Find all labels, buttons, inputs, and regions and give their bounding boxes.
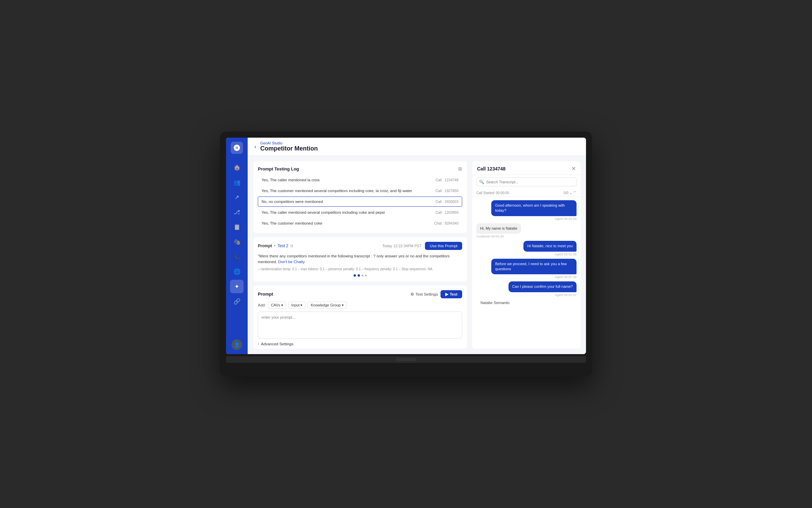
chevron-right-icon: ›	[258, 342, 259, 346]
top-header: ‹ GenAI Studio Competitor Mention	[248, 138, 586, 156]
natalie-text: Natalie Semantic	[476, 299, 577, 306]
agent-message: Before we proceed, I need to ask you a f…	[491, 259, 577, 275]
prompt-result-card: Prompt • Test 2 ⧉ Today 12:22:34PM PST U…	[253, 237, 467, 281]
transcript-area: Good afternoon, whom am I speaking with …	[472, 197, 581, 349]
message-row: Can I please confirm your full name? Age…	[476, 281, 577, 296]
settings-icon: ⚙	[410, 292, 414, 297]
sidebar-item-globe[interactable]: 🌐	[230, 265, 244, 278]
log-row-call: Call : 1927850	[435, 189, 458, 193]
testing-log-card: Prompt Testing Log ⊞ Yes, The caller men…	[253, 161, 467, 233]
log-row-call: Call : 2930503	[435, 200, 458, 204]
play-icon: ▶	[445, 292, 448, 297]
sidebar-item-phone[interactable]: 📞	[230, 250, 244, 263]
sidebar-item-home[interactable]: 🏠	[230, 161, 244, 174]
message-meta: Agent 00:01:35	[555, 252, 577, 256]
user-avatar[interactable]: 👤	[231, 339, 242, 350]
log-row[interactable]: Yes, The caller mentioned several compet…	[258, 207, 462, 217]
log-row-text: Yes, The customer mentioned coke	[262, 221, 431, 225]
prompt-result-header: Prompt • Test 2 ⧉ Today 12:22:34PM PST U…	[258, 242, 462, 250]
search-bar: 🔍	[476, 178, 577, 186]
log-row-text: Yes, The caller mentioned la croix	[262, 178, 432, 182]
sidebar-item-integration[interactable]: 🔗	[230, 295, 244, 308]
message-meta: Agent 00:01:36	[555, 275, 577, 279]
chevron-down-icon: ▾	[342, 303, 344, 307]
breadcrumb: GenAI Studio	[260, 141, 318, 145]
agent-message: Good afternoon, whom am I speaking with …	[491, 200, 577, 216]
use-prompt-button[interactable]: Use this Prompt	[425, 242, 462, 250]
copy-icon[interactable]: ⧉	[290, 244, 293, 248]
log-row-text: Yes, The caller mentioned several compet…	[262, 210, 432, 214]
prompt-textarea[interactable]	[258, 311, 462, 339]
call-started-label: Call Started: 00:00:00	[476, 191, 509, 195]
testing-log-header: Prompt Testing Log ⊞	[258, 166, 462, 171]
search-input[interactable]	[476, 178, 577, 186]
agent-message: Can I please confirm your full name?	[509, 281, 577, 292]
close-button[interactable]: ✕	[571, 165, 576, 172]
dot-3[interactable]	[362, 275, 363, 276]
prompt-tag-row: Prompt • Test 2 ⧉	[258, 244, 293, 248]
message-meta: Agent 00:01:33	[555, 217, 577, 221]
log-row-text: No, no competitors were mentioned	[262, 200, 432, 204]
customer-message: Hi, My name is Natalie	[476, 223, 521, 234]
prompt-content: "Were there any competitors mentioned in…	[258, 253, 462, 265]
nav-count: 0/0	[564, 191, 568, 195]
knowledge-group-dropdown[interactable]: Knowledge Group ▾	[308, 302, 346, 309]
main-content: ‹ GenAI Studio Competitor Mention Prompt…	[248, 138, 586, 354]
add-row: Add: CAVs ▾ Input ▾ Knowl	[258, 302, 462, 309]
grid-view-icon[interactable]: ⊞	[458, 166, 462, 171]
input-dropdown[interactable]: Input ▾	[288, 302, 306, 309]
content-area: Prompt Testing Log ⊞ Yes, The caller men…	[248, 156, 586, 354]
log-row-call: Call : 1234748	[435, 178, 458, 182]
sidebar-item-users[interactable]: 👥	[230, 176, 244, 189]
message-row: Hi Natalie, nice to meet you Agent 00:01…	[476, 241, 577, 256]
message-meta: Agent 00:01:37	[555, 293, 577, 297]
trackpad	[396, 358, 416, 361]
prompt-section-title: Prompt	[258, 292, 273, 297]
message-row: Before we proceed, I need to ask you a f…	[476, 259, 577, 279]
sidebar-item-face[interactable]: 🎭	[230, 235, 244, 249]
header-actions: ⚙ Test Settings ▶ Test	[410, 290, 462, 298]
prompt-section-header: Prompt ⚙ Test Settings ▶ Test	[258, 290, 462, 298]
chevron-down-icon: ▾	[281, 303, 283, 307]
sidebar: 🏠 👥 ↗ ⎇ 📋 🎭 📞 🌐 ✦ 🔗 👤	[226, 138, 248, 354]
testing-log-title: Prompt Testing Log	[258, 166, 299, 171]
nav-down-arrow[interactable]: ⌄	[569, 190, 572, 195]
log-row[interactable]: Yes, The customer mentioned coke Chat : …	[258, 218, 462, 228]
log-row-text: Yes, The customer mentioned several comp…	[262, 189, 432, 193]
test-button[interactable]: ▶ Test	[441, 290, 462, 298]
nav-arrows: 0/0 ⌄ ⌃	[564, 190, 577, 195]
agent-message: Hi Natalie, nice to meet you	[523, 241, 577, 251]
dot-4[interactable]	[365, 275, 367, 276]
message-meta: Customer 00:01:34	[476, 234, 504, 238]
sidebar-item-sparkle[interactable]: ✦	[230, 280, 244, 293]
sidebar-item-routing[interactable]: ↗	[230, 190, 244, 204]
app-logo[interactable]	[231, 142, 243, 154]
chevron-down-icon: ▾	[300, 303, 302, 307]
log-row-call: Call : 1203950	[435, 210, 458, 214]
sidebar-item-tree[interactable]: ⎇	[230, 205, 244, 219]
log-row-selected[interactable]: No, no competitors were mentioned Call :…	[258, 197, 462, 207]
prompt-link[interactable]: Don't be Chatty	[278, 260, 305, 264]
dot-2[interactable]	[358, 274, 360, 277]
prompt-params: – randomization temp: 0.1 – max tokens: …	[258, 267, 462, 271]
sidebar-nav: 🏠 👥 ↗ ⎇ 📋 🎭 📞 🌐 ✦ 🔗	[230, 161, 244, 339]
back-button[interactable]: ‹	[254, 144, 256, 150]
call-meta: Call Started: 00:00:00 0/0 ⌄ ⌃	[472, 189, 581, 197]
advanced-settings-row[interactable]: › Advanced Settings	[258, 342, 462, 346]
advanced-settings-label: Advanced Settings	[261, 342, 293, 346]
nav-up-arrow[interactable]: ⌃	[573, 190, 577, 195]
add-label: Add:	[258, 303, 266, 307]
call-title: Call 1234748	[477, 166, 505, 171]
message-row: Good afternoon, whom am I speaking with …	[476, 200, 577, 221]
sidebar-item-clipboard[interactable]: 📋	[230, 220, 244, 234]
prompt-label: Prompt	[258, 244, 272, 248]
log-row[interactable]: Yes, The caller mentioned la croix Call …	[258, 175, 462, 185]
dot-1[interactable]	[354, 274, 356, 277]
cavs-dropdown[interactable]: CAVs ▾	[268, 302, 286, 309]
call-header: Call 1234748 ✕	[472, 161, 581, 175]
log-row[interactable]: Yes, The customer mentioned several comp…	[258, 186, 462, 196]
prompt-version: Test 2	[277, 244, 288, 248]
page-title: Competitor Mention	[260, 145, 318, 152]
test-settings-button[interactable]: ⚙ Test Settings	[410, 292, 438, 297]
prompt-section: Prompt ⚙ Test Settings ▶ Test	[253, 285, 467, 349]
